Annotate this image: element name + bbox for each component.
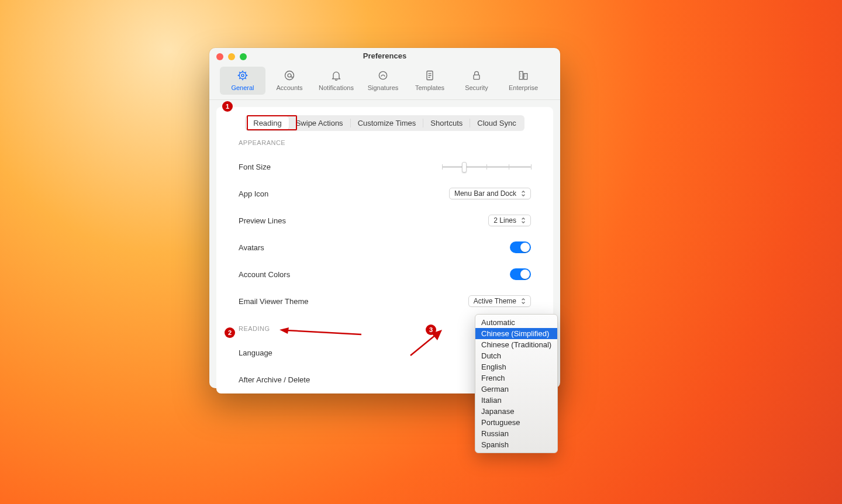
row-avatars: Avatars (239, 234, 531, 261)
row-font-size: Font Size (239, 153, 531, 180)
language-option[interactable]: Chinese (Traditional) (475, 339, 557, 350)
gear-icon (236, 69, 249, 82)
general-panel: Reading Swipe Actions Customize Times Sh… (216, 107, 553, 393)
signature-icon (377, 69, 389, 82)
tab-accounts-label: Accounts (276, 84, 302, 91)
tab-general[interactable]: General (220, 67, 265, 95)
row-app-icon: App Icon Menu Bar and Dock (239, 180, 531, 207)
avatars-toggle[interactable] (510, 241, 531, 253)
building-icon (517, 69, 530, 82)
row-account-colors: Account Colors (239, 261, 531, 288)
font-size-slider[interactable] (442, 161, 531, 172)
language-option[interactable]: Chinese (Simplified) (475, 328, 557, 339)
subtab-bar: Reading Swipe Actions Customize Times Sh… (239, 115, 531, 131)
tab-signatures-label: Signatures (368, 84, 399, 91)
language-option[interactable]: Automatic (475, 317, 557, 328)
language-option[interactable]: Italian (475, 395, 557, 406)
tab-enterprise[interactable]: Enterprise (501, 67, 546, 95)
font-size-label: Font Size (239, 163, 271, 171)
avatars-label: Avatars (239, 243, 264, 252)
tab-accounts[interactable]: Accounts (267, 67, 312, 95)
svg-point-1 (241, 74, 244, 77)
svg-point-0 (239, 72, 246, 79)
language-dropdown-menu[interactable]: AutomaticChinese (Simplified)Chinese (Tr… (475, 314, 558, 453)
svg-point-2 (285, 71, 294, 80)
app-icon-label: App Icon (239, 189, 268, 198)
language-option[interactable]: Portuguese (475, 417, 557, 428)
at-sign-icon (283, 69, 296, 82)
email-theme-label: Email Viewer Theme (239, 297, 308, 306)
svg-rect-8 (524, 74, 527, 80)
subtab-reading[interactable]: Reading (246, 116, 288, 130)
language-option[interactable]: German (475, 384, 557, 395)
after-archive-label: After Archive / Delete (239, 375, 310, 384)
row-preview-lines: Preview Lines 2 Lines (239, 207, 531, 234)
app-icon-value: Menu Bar and Dock (454, 189, 516, 198)
annotation-badge-2: 2 (225, 327, 235, 338)
preview-lines-select[interactable]: 2 Lines (488, 215, 531, 226)
language-option[interactable]: Russian (475, 428, 557, 439)
tab-templates-label: Templates (415, 84, 444, 91)
app-icon-select[interactable]: Menu Bar and Dock (449, 188, 531, 199)
language-option[interactable]: French (475, 372, 557, 384)
svg-point-3 (288, 74, 291, 77)
window-title: Preferences (209, 51, 560, 60)
titlebar: Preferences (209, 48, 560, 64)
tab-signatures[interactable]: Signatures (360, 67, 406, 95)
tab-enterprise-label: Enterprise (509, 84, 538, 91)
email-theme-value: Active Theme (474, 297, 516, 305)
account-colors-label: Account Colors (239, 270, 290, 279)
lock-icon (470, 69, 483, 82)
chevron-updown-icon (520, 297, 527, 305)
language-option[interactable]: English (475, 361, 557, 372)
preview-lines-value: 2 Lines (494, 216, 516, 225)
language-option[interactable]: Japanase (475, 406, 557, 417)
preview-lines-label: Preview Lines (239, 216, 286, 225)
row-email-theme: Email Viewer Theme Active Theme (239, 288, 531, 315)
chevron-updown-icon (520, 189, 527, 198)
subtab-customize-times[interactable]: Customize Times (351, 116, 423, 130)
appearance-section-header: APPEARANCE (239, 139, 531, 146)
language-label: Language (239, 348, 272, 357)
email-theme-select[interactable]: Active Theme (468, 295, 531, 307)
account-colors-toggle[interactable] (510, 268, 531, 280)
subtab-shortcuts[interactable]: Shortcuts (423, 116, 470, 130)
tab-notifications[interactable]: Notifications (313, 67, 359, 95)
svg-rect-7 (519, 71, 523, 79)
tab-general-label: General (231, 84, 254, 91)
tab-notifications-label: Notifications (319, 84, 354, 91)
document-icon (423, 69, 436, 82)
tab-security[interactable]: Security (454, 67, 499, 95)
chevron-updown-icon (520, 216, 527, 225)
preferences-window: Preferences General Accounts Notificatio… (209, 48, 560, 388)
subtab-swipe-actions[interactable]: Swipe Actions (289, 116, 350, 130)
language-option[interactable]: Spanish (475, 439, 557, 450)
toolbar-separator (209, 99, 560, 100)
svg-rect-6 (474, 75, 479, 80)
svg-point-4 (379, 71, 387, 79)
subtab-cloud-sync[interactable]: Cloud Sync (470, 116, 523, 130)
annotation-badge-3: 3 (426, 325, 436, 335)
tab-templates[interactable]: Templates (407, 67, 453, 95)
tab-security-label: Security (465, 84, 488, 91)
bell-icon (330, 69, 343, 82)
preferences-toolbar: General Accounts Notifications Signature… (209, 64, 560, 99)
language-option[interactable]: Dutch (475, 350, 557, 361)
annotation-badge-1: 1 (222, 101, 233, 112)
